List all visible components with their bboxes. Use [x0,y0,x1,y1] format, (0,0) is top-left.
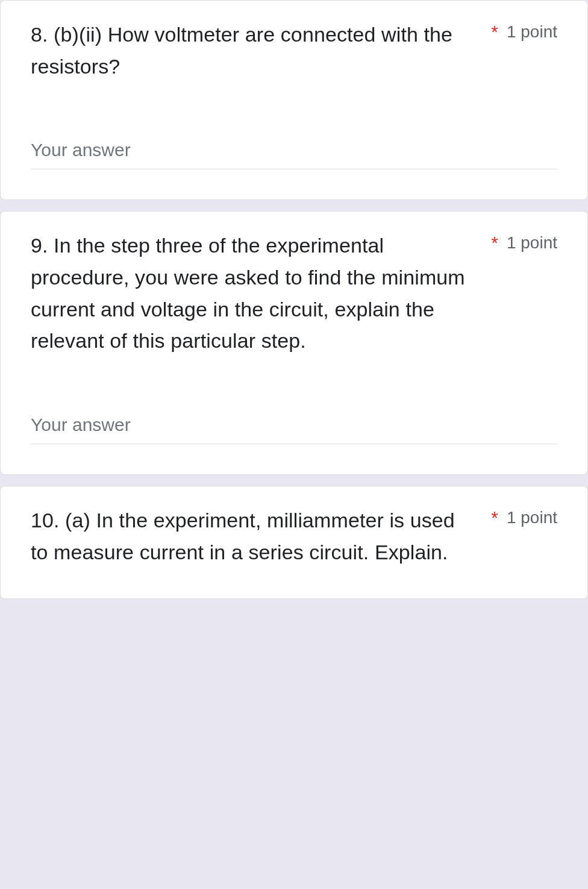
points-label: 1 point [507,233,557,253]
question-header: 10. (a) In the experiment, milliammeter … [31,504,557,568]
points-label: 1 point [507,22,557,42]
question-card-9: 9. In the step three of the experimental… [0,211,588,475]
points-wrap: * 1 point [491,230,557,253]
question-title: 8. (b)(ii) How voltmeter are connected w… [31,19,473,82]
answer-input[interactable] [31,136,557,169]
required-star-icon: * [491,509,498,527]
question-header: 8. (b)(ii) How voltmeter are connected w… [31,19,557,82]
answer-area [31,136,557,169]
points-label: 1 point [507,508,557,527]
question-card-10: 10. (a) In the experiment, milliammeter … [0,486,588,598]
answer-area [31,411,557,444]
required-star-icon: * [491,23,498,41]
points-wrap: * 1 point [491,504,557,527]
question-card-8: 8. (b)(ii) How voltmeter are connected w… [0,0,588,200]
points-wrap: * 1 point [491,19,557,42]
answer-input[interactable] [31,411,557,444]
question-title: 10. (a) In the experiment, milliammeter … [31,504,473,568]
question-title: 9. In the step three of the experimental… [31,230,473,357]
required-star-icon: * [491,234,498,252]
question-header: 9. In the step three of the experimental… [31,230,557,357]
